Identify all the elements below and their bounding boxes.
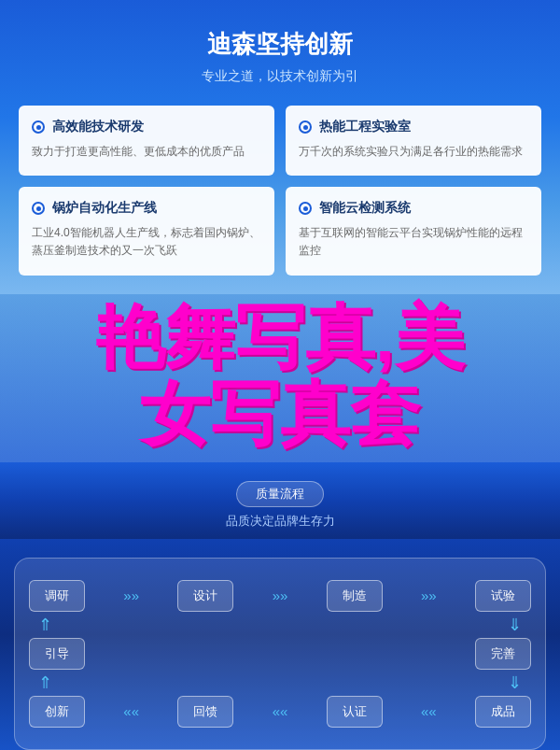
quality-section: 质量流程 品质决定品牌生存力: [0, 462, 560, 539]
card-4-header: 智能云检测系统: [299, 200, 528, 217]
card-2-header: 热能工程实验室: [299, 119, 528, 135]
arrow-r1-1: »»: [119, 587, 143, 603]
step-test: 试验: [475, 580, 531, 612]
overlay-section: 艳舞写真,美 女写真套: [0, 294, 560, 462]
quality-desc: 品质决定品牌生存力: [19, 513, 541, 530]
card-3-icon: [32, 202, 45, 215]
sub-title: 专业之道，以技术创新为引: [19, 68, 541, 85]
step-product: 成品: [475, 696, 531, 728]
arrow-up-left: ⇑: [38, 616, 52, 634]
connector-row-2: ⇑ ⇓: [29, 672, 531, 693]
overlay-text: 艳舞写真,美 女写真套: [0, 299, 560, 453]
connector-row-1: ⇑ ⇓: [29, 615, 531, 635]
card-4-icon: [299, 202, 312, 215]
card-3-desc: 工业4.0智能机器人生产线，标志着国内锅炉、蒸压釜制造技术的又一次飞跃: [32, 224, 261, 260]
process-box: 调研 »» 设计 »» 制造 »» 试验 ⇑ ⇓ 引导 完善 ⇑ ⇓ 创新 ««: [14, 558, 546, 750]
step-innovate: 创新: [29, 696, 85, 728]
cards-grid: 高效能技术研发 致力于打造更高性能、更低成本的优质产品 热能工程实验室 万千次的…: [19, 106, 541, 276]
arrow-r1-2: »»: [269, 587, 292, 603]
main-title: 迪森坚持创新: [19, 28, 541, 61]
process-section: 调研 »» 设计 »» 制造 »» 试验 ⇑ ⇓ 引导 完善 ⇑ ⇓ 创新 ««: [0, 539, 560, 750]
process-row-1: 调研 »» 设计 »» 制造 »» 试验: [29, 577, 531, 615]
quality-badge: 质量流程: [236, 481, 324, 507]
arrow-down-right2: ⇓: [508, 673, 522, 692]
top-section: 迪森坚持创新 专业之道，以技术创新为引 高效能技术研发 致力于打造更高性能、更低…: [0, 0, 560, 294]
step-feedback: 回馈: [177, 696, 233, 728]
card-4-title: 智能云检测系统: [319, 200, 411, 217]
card-3-header: 锅炉自动化生产线: [32, 200, 261, 217]
card-2: 热能工程实验室 万千次的系统实验只为满足各行业的热能需求: [286, 106, 541, 176]
overlay-line2: 女写真套: [0, 375, 560, 453]
card-4-desc: 基于互联网的智能云平台实现锅炉性能的远程监控: [299, 224, 528, 260]
step-guide: 引导: [29, 638, 85, 670]
step-design: 设计: [177, 580, 233, 612]
step-manufacture: 制造: [327, 580, 383, 612]
process-row-3: 创新 «« 回馈 «« 认证 «« 成品: [29, 693, 531, 730]
card-2-icon: [299, 120, 312, 134]
step-certify: 认证: [327, 696, 383, 728]
arrow-down-right: ⇓: [508, 616, 522, 634]
card-2-title: 热能工程实验室: [319, 119, 411, 135]
arrow-up-left2: ⇑: [38, 673, 52, 692]
card-1-header: 高效能技术研发: [32, 119, 261, 135]
step-improve: 完善: [475, 638, 531, 670]
overlay-line1: 艳舞写真,美: [0, 299, 560, 376]
card-1: 高效能技术研发 致力于打造更高性能、更低成本的优质产品: [19, 106, 274, 176]
card-4: 智能云检测系统 基于互联网的智能云平台实现锅炉性能的远程监控: [286, 187, 541, 275]
card-1-icon: [32, 120, 45, 134]
card-1-title: 高效能技术研发: [52, 119, 144, 135]
arrow-r3-3: ««: [417, 703, 441, 719]
arrow-r3-1: ««: [119, 703, 143, 719]
process-row-2: 引导 完善: [29, 635, 531, 672]
card-2-desc: 万千次的系统实验只为满足各行业的热能需求: [299, 143, 528, 161]
card-1-desc: 致力于打造更高性能、更低成本的优质产品: [32, 143, 261, 161]
step-survey: 调研: [29, 580, 85, 612]
arrow-r3-2: ««: [269, 703, 292, 719]
card-3: 锅炉自动化生产线 工业4.0智能机器人生产线，标志着国内锅炉、蒸压釜制造技术的又…: [19, 187, 274, 275]
card-3-title: 锅炉自动化生产线: [52, 200, 157, 217]
arrow-r1-3: »»: [417, 587, 441, 603]
